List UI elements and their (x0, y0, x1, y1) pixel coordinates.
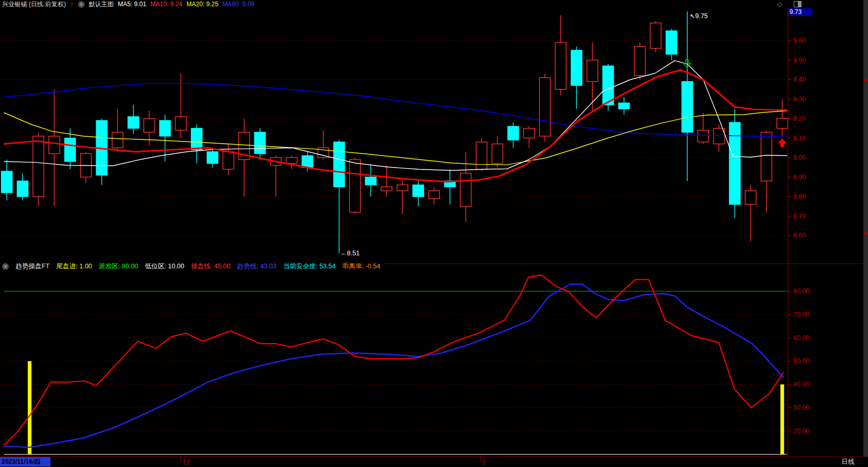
svg-text:70.00: 70.00 (793, 311, 809, 318)
indicator-param-qushixian: 趋势线: 43.03 (237, 262, 277, 271)
svg-text:9.10: 9.10 (793, 135, 806, 142)
ma10-legend: MA10: 9.24 (150, 1, 182, 8)
candle-up (492, 144, 503, 164)
diamond-icon[interactable]: ◇ (777, 0, 782, 8)
ma5-legend: MA5: 9.01 (118, 1, 147, 8)
max-price-badge: 9.73 (788, 8, 812, 16)
svg-text:8.80: 8.80 (793, 193, 806, 200)
overlay-selector[interactable]: 默认主图 (89, 0, 114, 9)
app-window: 9.609.509.409.309.209.109.008.908.808.70… (0, 0, 868, 467)
indicator-param-weipanjin: 尾盘进: 1.00 (56, 262, 92, 271)
sub-gridlines (0, 291, 788, 431)
main-chart-header: 兴业银锡 (日线.前复权) ↑ ∨ 默认主图 MA5: 9.01 MA10: 9… (0, 0, 782, 8)
svg-text:1: 1 (482, 459, 486, 466)
candle-down (2, 171, 12, 192)
candle-up (223, 152, 234, 170)
stock-title: 兴业银锡 (日线.前复权) (2, 0, 66, 9)
svg-text:20.00: 20.00 (793, 427, 809, 435)
split-pane-icon[interactable] (794, 1, 801, 7)
svg-text:12: 12 (182, 459, 190, 466)
chevron-down-icon[interactable]: ∨ (2, 263, 9, 270)
svg-text:9.40: 9.40 (793, 76, 806, 83)
candle-up (635, 46, 646, 75)
price-axis: 9.609.509.409.309.209.109.008.908.808.70… (788, 37, 806, 239)
svg-text:8.60: 8.60 (793, 232, 806, 239)
candle-down (571, 50, 582, 86)
time-axis: 121 (181, 457, 486, 466)
svg-text:←8.51: ←8.51 (340, 250, 360, 257)
candles (2, 11, 788, 253)
svg-text:60.00: 60.00 (793, 334, 809, 342)
candle-down (413, 185, 424, 197)
svg-text:9.60: 9.60 (793, 37, 806, 44)
selected-date-badge: 2023/11/16/四 (0, 457, 50, 466)
panel-borders (0, 8, 868, 457)
candle-down (729, 123, 740, 205)
candle-up (745, 191, 756, 204)
candle-down (508, 126, 519, 140)
indicator-param-anquandu: 当前安全度: 53.54 (283, 262, 336, 271)
candle-down (619, 103, 629, 109)
candle-up (714, 128, 725, 144)
buy-arrow-icon (779, 139, 786, 147)
svg-text:9.50: 9.50 (793, 57, 806, 64)
candle-down (160, 121, 170, 136)
candle-up (397, 185, 408, 191)
svg-text:9.30: 9.30 (793, 96, 806, 103)
chart-canvas[interactable]: 9.609.509.409.309.209.109.008.908.808.70… (0, 0, 868, 467)
candle-up (555, 43, 566, 89)
indicator-axis: 80.0070.0060.0050.0040.0030.0020.00 (788, 288, 809, 435)
candle-down (255, 132, 266, 153)
candle-down (207, 152, 218, 164)
candle-up (777, 119, 788, 128)
candle-down (682, 82, 693, 133)
svg-text:50.00: 50.00 (793, 357, 809, 365)
scroll-marker (863, 232, 868, 235)
indicator-name[interactable]: 趋势操盘FT (16, 262, 49, 271)
candle-down (365, 177, 376, 185)
svg-text:9.00: 9.00 (793, 154, 806, 161)
candle-up (461, 173, 471, 206)
candle-up (286, 158, 297, 163)
candle-up (587, 60, 598, 82)
candle-up (144, 119, 155, 132)
indicator-ref-lines (4, 291, 787, 455)
candle-up (349, 160, 360, 212)
svg-text:8.90: 8.90 (793, 174, 806, 181)
period-selector[interactable]: 日线 (841, 458, 854, 466)
candle-up (540, 77, 550, 136)
candle-up (381, 187, 392, 191)
ma20-legend: MA20: 9.25 (187, 1, 218, 8)
svg-text:80.00: 80.00 (793, 288, 809, 295)
candle-down (64, 138, 75, 162)
trend-up-icon: ↑ (70, 1, 74, 7)
indicator-param-caopanxian: 操盘线: 45.00 (191, 262, 231, 271)
svg-text:↖9.75: ↖9.75 (690, 12, 708, 20)
candle-up (698, 131, 708, 142)
svg-text:8.70: 8.70 (793, 213, 806, 220)
candle-down (302, 155, 313, 167)
scrollbar[interactable] (863, 0, 868, 457)
ma-lines (4, 61, 787, 182)
candle-down (17, 181, 28, 197)
indicator-param-diweiqu: 低位区: 10.00 (145, 262, 185, 271)
candle-down (191, 128, 202, 150)
chevron-down-icon[interactable]: ∨ (78, 1, 85, 8)
candle-up (523, 128, 534, 138)
candle-up (175, 116, 186, 130)
indicator-param-paifaqu: 派发区: 80.00 (99, 262, 138, 271)
candle-up (761, 132, 772, 181)
candle-down (603, 66, 614, 105)
candle-up (429, 191, 440, 199)
indicator-header: ∨ 趋势操盘FT 尾盘进: 1.00 派发区: 80.00 低位区: 10.00… (2, 262, 385, 271)
indicator-param-guaililv: 乖离率: -0.54 (343, 262, 380, 271)
scroll-marker (863, 79, 868, 81)
candle-down (334, 142, 345, 187)
candle-down (666, 31, 677, 54)
candle-down (128, 116, 139, 128)
svg-text:9.20: 9.20 (793, 115, 806, 122)
svg-text:30.00: 30.00 (793, 404, 809, 411)
candle-up (49, 136, 60, 154)
candle-up (476, 142, 487, 170)
candle-up (112, 132, 123, 148)
